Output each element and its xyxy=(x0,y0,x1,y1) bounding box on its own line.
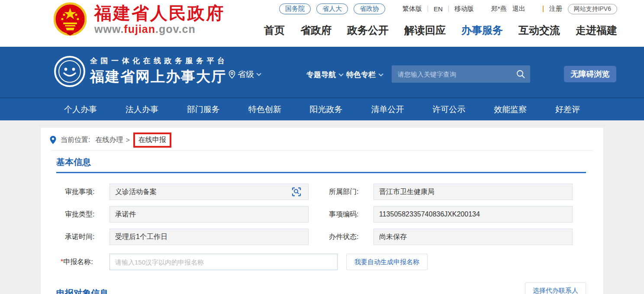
link-mobile[interactable]: 移动版 xyxy=(454,5,474,13)
site-url-domain: fujian xyxy=(124,23,155,35)
select-agent-contact-button[interactable]: 选择代办联系人 xyxy=(525,282,586,294)
nav-gov-disclosure[interactable]: 政务公开 xyxy=(347,23,389,37)
declare-name-label-text: 申报名称: xyxy=(63,258,93,265)
portal-titles: 全国一体化在线政务服务平台 福建省网上办事大厅 xyxy=(90,56,228,87)
nav-interpretation[interactable]: 解读回应 xyxy=(404,23,446,37)
field-label-case-status: 办件状态: xyxy=(329,229,374,245)
item-search-button[interactable] xyxy=(290,185,303,198)
menu-topic-navigation[interactable]: 专题导航 xyxy=(306,70,342,80)
breadcrumb: 当前位置: 在线办理 > 在线申报 xyxy=(41,128,603,148)
breadcrumb-prefix: 当前位置: xyxy=(61,136,90,145)
search-submit-button[interactable] xyxy=(511,65,530,83)
region-selector[interactable]: 省级 xyxy=(229,69,260,80)
portal-banner: 全国一体化在线政务服务平台 福建省网上办事大厅 省级 专题导航 特色专栏 xyxy=(0,47,644,97)
auto-generate-name-button[interactable]: 我要自动生成申报名称 xyxy=(346,254,428,270)
annotation-highlight-current-page: 在线申报 xyxy=(133,132,171,148)
form-row: 审批事项: 义诊活动备案 xyxy=(65,184,603,200)
nav-about-fujian[interactable]: 走进福建 xyxy=(576,23,617,37)
field-label-promise-time: 承诺时间: xyxy=(65,229,109,245)
menu-featured-columns[interactable]: 特色专栏 xyxy=(346,70,382,80)
site-url-www: www. xyxy=(94,23,124,35)
nav-services-active[interactable]: 办事服务 xyxy=(461,23,503,37)
snav-rating[interactable]: 好差评 xyxy=(545,104,590,115)
declare-name-input[interactable] xyxy=(109,254,338,270)
logout-link[interactable]: 退出 xyxy=(512,5,525,13)
divider xyxy=(543,6,544,12)
chevron-down-icon xyxy=(256,71,261,76)
declare-target-section: 申报对象信息 选择代办联系人 xyxy=(41,288,603,294)
portal-logo-icon xyxy=(54,55,86,87)
nav-home[interactable]: 首页 xyxy=(264,23,285,37)
field-item-code[interactable]: 11350582335740836JXK200134 xyxy=(374,206,573,223)
utility-bar: 国务院 省人大 省政协 繁体版 EN 移动版 郑*燕 退出 注册 网站支持IPV… xyxy=(279,3,617,14)
menu-topic-label: 专题导航 xyxy=(306,70,336,80)
section-title-declare-target: 申报对象信息 xyxy=(56,288,588,294)
field-label-approval-type: 审批类型: xyxy=(65,206,109,223)
snav-featured-innovation[interactable]: 特色创新 xyxy=(238,104,292,115)
snav-list-disclosure[interactable]: 清单公开 xyxy=(361,104,414,115)
national-emblem-icon xyxy=(54,2,87,36)
field-label-department: 所属部门: xyxy=(329,184,374,200)
field-value: 义诊活动备案 xyxy=(115,187,290,197)
site-url-suffix: .gov.cn xyxy=(155,23,196,35)
scan-search-icon xyxy=(291,187,302,197)
content-area: 当前位置: 在线办理 > 在线申报 基本信息 审批事项: 义诊活动备案 xyxy=(0,120,644,294)
divider xyxy=(51,150,593,151)
accessibility-button[interactable]: 无障碍浏览 xyxy=(564,66,616,82)
field-department[interactable]: 晋江市卫生健康局 xyxy=(374,184,573,200)
field-value: 11350582335740836JXK200134 xyxy=(379,210,567,218)
field-value: 尚未保存 xyxy=(379,233,567,242)
brand: 福建省人民政府 www.fujian.gov.cn xyxy=(54,2,225,36)
field-label-declare-name: *申报名称: xyxy=(61,254,109,270)
section-rule xyxy=(56,172,586,173)
chevron-down-icon xyxy=(338,71,343,76)
link-english[interactable]: EN xyxy=(434,5,443,13)
field-approval-item[interactable]: 义诊活动备案 xyxy=(109,184,309,200)
platform-subtitle: 全国一体化在线政务服务平台 xyxy=(90,56,228,66)
breadcrumb-pin-icon xyxy=(49,136,57,145)
basic-info-form: 审批事项: 义诊活动备案 xyxy=(65,184,603,270)
snav-legal-entity-services[interactable]: 法人办事 xyxy=(115,104,169,115)
link-provincial-congress[interactable]: 省人大 xyxy=(316,3,348,14)
main-nav: 首页 省政府 政务公开 解读回应 办事服务 互动交流 走进福建 xyxy=(264,23,617,37)
form-row: 审批类型: 承诺件 事项编码: 11350582335740836JXK2001… xyxy=(65,206,603,223)
menu-featured-label: 特色专栏 xyxy=(346,70,376,80)
field-value: 承诺件 xyxy=(115,210,303,219)
field-case-status[interactable]: 尚未保存 xyxy=(374,229,573,245)
breadcrumb-separator: > xyxy=(126,136,129,144)
keyword-search xyxy=(392,65,530,83)
divider xyxy=(448,6,449,12)
field-promise-time[interactable]: 受理后1个工作日 xyxy=(109,229,309,245)
section-title-basic-info: 基本信息 xyxy=(56,156,588,168)
portal-title: 福建省网上办事大厅 xyxy=(90,67,228,87)
search-input[interactable] xyxy=(392,71,511,78)
link-state-council[interactable]: 国务院 xyxy=(279,3,311,14)
register-link[interactable]: 注册 xyxy=(549,5,562,13)
search-icon xyxy=(516,69,525,79)
user-name[interactable]: 郑*燕 xyxy=(491,5,507,13)
site-title: 福建省人民政府 xyxy=(94,3,225,23)
site-header: 福建省人民政府 www.fujian.gov.cn 国务院 省人大 省政协 繁体… xyxy=(0,0,644,47)
snav-efficiency-supervision[interactable]: 效能监察 xyxy=(483,104,537,115)
field-approval-type[interactable]: 承诺件 xyxy=(109,206,309,223)
link-traditional-chinese[interactable]: 繁体版 xyxy=(402,5,422,13)
form-card: 当前位置: 在线办理 > 在线申报 基本信息 审批事项: 义诊活动备案 xyxy=(41,128,603,294)
snav-personal-services[interactable]: 个人办事 xyxy=(54,104,107,115)
snav-license-publicity[interactable]: 许可公示 xyxy=(422,104,476,115)
page-root: 福建省人民政府 www.fujian.gov.cn 国务院 省人大 省政协 繁体… xyxy=(0,0,644,294)
divider xyxy=(428,6,428,12)
brand-text: 福建省人民政府 www.fujian.gov.cn xyxy=(94,3,225,36)
snav-department-services[interactable]: 部门服务 xyxy=(177,104,230,115)
form-row: 承诺时间: 受理后1个工作日 办件状态: 尚未保存 xyxy=(65,229,603,245)
nav-interaction[interactable]: 互动交流 xyxy=(518,23,560,37)
snav-transparent-gov[interactable]: 阳光政务 xyxy=(299,104,353,115)
location-pin-icon xyxy=(229,70,235,79)
link-provincial-cppcc[interactable]: 省政协 xyxy=(354,3,385,14)
field-label-approval-item: 审批事项: xyxy=(65,184,109,200)
declare-name-row: *申报名称: 我要自动生成申报名称 xyxy=(65,254,603,270)
field-value: 晋江市卫生健康局 xyxy=(379,187,567,197)
service-nav: 个人办事 法人办事 部门服务 特色创新 阳光政务 清单公开 许可公示 效能监察 … xyxy=(0,97,644,120)
breadcrumb-online-handling[interactable]: 在线办理 xyxy=(95,136,123,145)
ipv6-badge: 网站支持IPV6 xyxy=(568,4,617,14)
nav-provincial-gov[interactable]: 省政府 xyxy=(300,23,332,37)
